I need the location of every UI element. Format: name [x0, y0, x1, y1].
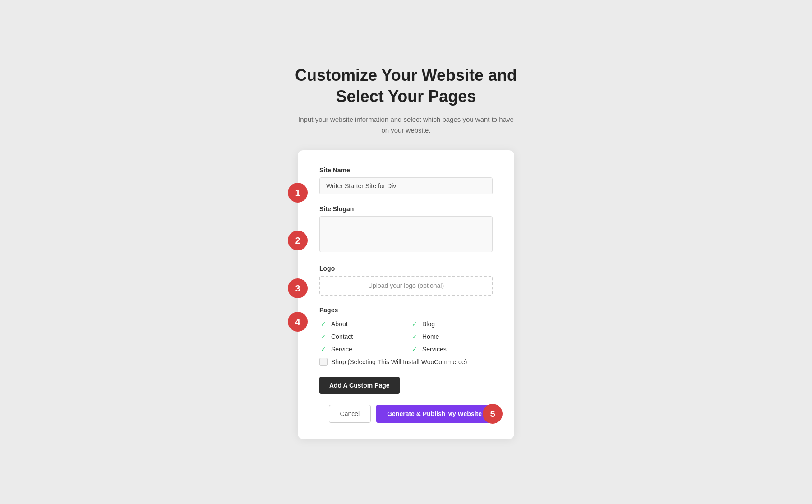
page-service-label: Service [331, 346, 352, 353]
page-title: Customize Your Website and Select Your P… [295, 65, 517, 107]
page-shop-label: Shop (Selecting This Will Install WooCom… [331, 358, 467, 365]
site-name-label: Site Name [319, 166, 493, 174]
step-1-badge: 1 [288, 183, 308, 203]
pages-label: Pages [319, 306, 493, 314]
generate-publish-button[interactable]: Generate & Publish My Website [376, 405, 493, 423]
check-blog-icon: ✓ [411, 320, 419, 328]
add-custom-page-button[interactable]: Add A Custom Page [319, 377, 400, 394]
page-home-label: Home [422, 333, 439, 340]
form-footer: Cancel Generate & Publish My Website 5 [319, 405, 493, 423]
check-services-icon: ✓ [411, 345, 419, 353]
step-3-badge: 3 [288, 278, 308, 298]
check-service-icon: ✓ [319, 345, 328, 353]
check-contact-icon: ✓ [319, 333, 328, 341]
site-slogan-input[interactable] [319, 216, 493, 252]
pages-group: Pages ✓ About ✓ Blog ✓ Contact [319, 306, 493, 366]
page-service[interactable]: ✓ Service [319, 345, 401, 353]
logo-label: Logo [319, 265, 493, 272]
page-about-label: About [331, 320, 348, 328]
logo-upload-button[interactable]: Upload your logo (optional) [319, 276, 493, 296]
page-blog[interactable]: ✓ Blog [411, 320, 493, 328]
site-name-group: Site Name [319, 166, 493, 194]
page-shop[interactable]: Shop (Selecting This Will Install WooCom… [319, 358, 493, 366]
cancel-button[interactable]: Cancel [329, 405, 371, 423]
page-services-label: Services [422, 346, 447, 353]
page-blog-label: Blog [422, 320, 435, 328]
pages-grid: ✓ About ✓ Blog ✓ Contact ✓ Home [319, 320, 493, 366]
check-home-icon: ✓ [411, 333, 419, 341]
site-slogan-group: Site Slogan [319, 205, 493, 254]
step-4-badge: 4 [288, 312, 308, 332]
form-card: 1 2 3 4 Site Name Site Slogan Logo Uploa… [298, 150, 514, 439]
page-services[interactable]: ✓ Services [411, 345, 493, 353]
step-5-badge: 5 [483, 404, 503, 424]
page-home[interactable]: ✓ Home [411, 333, 493, 341]
logo-group: Logo Upload your logo (optional) [319, 265, 493, 296]
site-slogan-label: Site Slogan [319, 205, 493, 213]
check-shop-icon [319, 358, 328, 366]
page-wrapper: Customize Your Website and Select Your P… [0, 47, 812, 458]
add-custom-page-wrapper: Add A Custom Page [319, 377, 493, 405]
page-subtitle: Input your website information and selec… [298, 114, 514, 136]
site-name-input[interactable] [319, 177, 493, 194]
check-about-icon: ✓ [319, 320, 328, 328]
page-contact-label: Contact [331, 333, 353, 340]
page-contact[interactable]: ✓ Contact [319, 333, 401, 341]
step-2-badge: 2 [288, 231, 308, 250]
page-about[interactable]: ✓ About [319, 320, 401, 328]
